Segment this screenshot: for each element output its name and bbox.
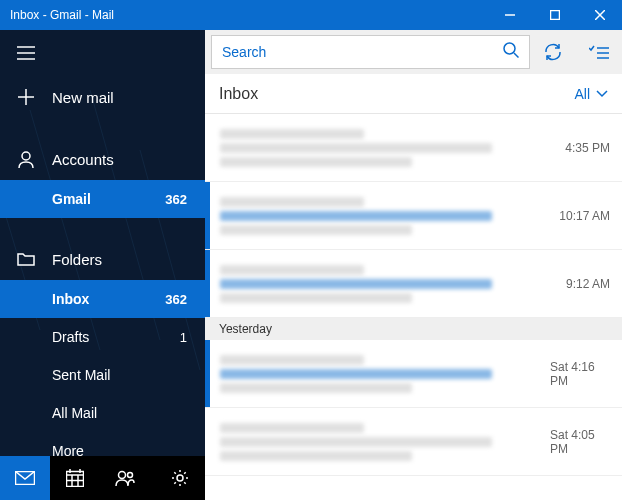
group-header-yesterday: Yesterday bbox=[205, 318, 622, 340]
list-header: Inbox All bbox=[205, 74, 622, 114]
search-input[interactable] bbox=[222, 44, 497, 60]
filter-label: All bbox=[574, 86, 590, 102]
accounts-header[interactable]: Accounts bbox=[0, 138, 205, 180]
new-mail-button[interactable]: New mail bbox=[0, 76, 205, 118]
person-icon bbox=[14, 150, 38, 168]
select-mode-button[interactable] bbox=[576, 30, 622, 74]
people-icon bbox=[115, 470, 135, 486]
window-titlebar: Inbox - Gmail - Mail bbox=[0, 0, 622, 30]
svg-point-18 bbox=[119, 472, 126, 479]
folder-icon bbox=[14, 252, 38, 266]
svg-point-20 bbox=[177, 475, 183, 481]
gear-icon bbox=[171, 469, 189, 487]
folders-label: Folders bbox=[52, 251, 191, 268]
sidebar: New mail Accounts Gmail 362 Folders Inbo… bbox=[0, 30, 205, 500]
message-time: Sat 4:05 PM bbox=[550, 408, 622, 475]
message-item[interactable]: Sat 4:05 PM bbox=[205, 408, 622, 476]
chevron-down-icon bbox=[596, 90, 608, 98]
svg-point-21 bbox=[504, 43, 515, 54]
svg-rect-11 bbox=[67, 472, 84, 487]
folder-label: Inbox bbox=[40, 291, 165, 307]
window-title: Inbox - Gmail - Mail bbox=[10, 8, 114, 22]
folder-item-sent-mail[interactable]: Sent Mail bbox=[0, 356, 205, 394]
folders-header[interactable]: Folders bbox=[0, 238, 205, 280]
hamburger-button[interactable] bbox=[0, 30, 205, 76]
plus-icon bbox=[14, 89, 38, 105]
filter-dropdown[interactable]: All bbox=[574, 86, 608, 102]
settings-button[interactable] bbox=[155, 456, 205, 500]
account-count: 362 bbox=[165, 192, 205, 207]
message-preview bbox=[210, 340, 550, 407]
folder-item-drafts[interactable]: Drafts1 bbox=[0, 318, 205, 356]
folder-count: 1 bbox=[180, 330, 205, 345]
sync-button[interactable] bbox=[530, 30, 576, 74]
message-list[interactable]: 4:35 PM10:17 AM9:12 AMYesterdaySat 4:16 … bbox=[205, 114, 622, 500]
main-pane: Inbox All 4:35 PM10:17 AM9:12 AMYesterda… bbox=[205, 30, 622, 500]
hamburger-icon bbox=[14, 46, 38, 60]
search-bar bbox=[205, 30, 622, 74]
calendar-icon bbox=[66, 469, 84, 487]
mail-app-button[interactable] bbox=[0, 456, 50, 500]
close-button[interactable] bbox=[577, 0, 622, 30]
svg-point-9 bbox=[22, 152, 30, 160]
search-box[interactable] bbox=[211, 35, 530, 69]
message-preview bbox=[210, 250, 550, 317]
select-icon bbox=[589, 45, 609, 59]
account-label: Gmail bbox=[40, 191, 165, 207]
message-preview bbox=[210, 182, 550, 249]
folder-label: Drafts bbox=[40, 329, 180, 345]
folder-count: 362 bbox=[165, 292, 205, 307]
account-item-gmail[interactable]: Gmail 362 bbox=[0, 180, 205, 218]
svg-point-19 bbox=[128, 473, 133, 478]
calendar-app-button[interactable] bbox=[50, 456, 100, 500]
folder-item-all-mail[interactable]: All Mail bbox=[0, 394, 205, 432]
minimize-button[interactable] bbox=[487, 0, 532, 30]
message-preview bbox=[210, 408, 550, 475]
message-preview bbox=[210, 114, 550, 181]
list-title: Inbox bbox=[219, 85, 574, 103]
message-item[interactable]: 9:12 AM bbox=[205, 250, 622, 318]
message-time: 10:17 AM bbox=[550, 182, 622, 249]
svg-rect-1 bbox=[550, 11, 559, 20]
message-item[interactable]: Sat 4:16 PM bbox=[205, 340, 622, 408]
people-app-button[interactable] bbox=[100, 456, 150, 500]
message-item[interactable]: 4:35 PM bbox=[205, 114, 622, 182]
mail-icon bbox=[15, 471, 35, 485]
bottom-bar bbox=[0, 456, 205, 500]
search-icon bbox=[497, 42, 519, 62]
folder-label: All Mail bbox=[40, 405, 187, 421]
new-mail-label: New mail bbox=[52, 89, 191, 106]
folder-item-inbox[interactable]: Inbox362 bbox=[0, 280, 205, 318]
sync-icon bbox=[543, 43, 563, 61]
message-item[interactable]: 10:17 AM bbox=[205, 182, 622, 250]
folder-label: Sent Mail bbox=[40, 367, 187, 383]
message-time: 9:12 AM bbox=[550, 250, 622, 317]
accounts-label: Accounts bbox=[52, 151, 191, 168]
message-time: 4:35 PM bbox=[550, 114, 622, 181]
maximize-button[interactable] bbox=[532, 0, 577, 30]
message-time: Sat 4:16 PM bbox=[550, 340, 622, 407]
svg-line-22 bbox=[514, 53, 519, 58]
